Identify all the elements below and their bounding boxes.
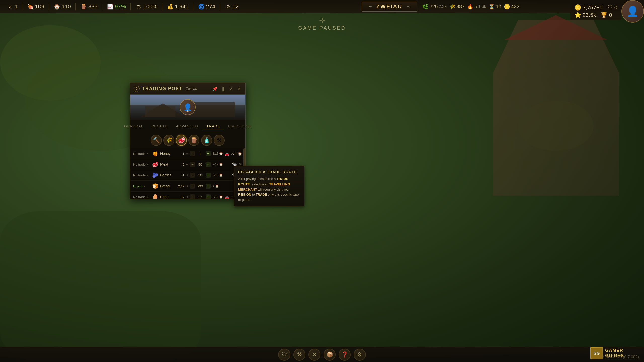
gold-icon: 🪙	[574, 4, 581, 11]
toolbar-inventory-btn[interactable]: 📦	[324, 349, 336, 361]
dropdown-arrow-bread: ▾	[144, 185, 145, 188]
trade-row-bread: Export ▾ 🍞 Bread 2,17 ➜ − 999 + 4 🏠	[130, 181, 245, 192]
expand-building-icon[interactable]: +	[186, 109, 189, 114]
hud-divider-3	[75, 3, 76, 10]
honey-decrease[interactable]: −	[190, 151, 195, 156]
hud-food: 🍖 109	[25, 3, 46, 10]
trade-status-honey[interactable]: No trade ▾	[133, 152, 150, 156]
food-icon: 🍖	[27, 3, 34, 10]
balance-icon: ⚖	[135, 3, 142, 10]
eggs-increase[interactable]: +	[206, 194, 211, 199]
honey-capacity: 3/13 🏠	[213, 152, 223, 155]
honey-increase[interactable]: +	[206, 151, 211, 156]
eggs-current: 87	[177, 195, 184, 199]
game-paused-text: GAME PAUSED	[298, 25, 346, 31]
toolbar-close-btn[interactable]: ✕	[308, 349, 320, 361]
trade-row-honey: No trade ▾ 🍯 Honey 1 ➜ − 1 + 3/13 🏠	[130, 148, 245, 159]
cat-grain[interactable]: 🌾	[163, 135, 174, 146]
herbs-icon: 🌿	[422, 4, 428, 10]
hud-divider-7	[193, 3, 193, 10]
tooltip-keyword-region: REGION	[238, 193, 251, 196]
berries-increase[interactable]: +	[206, 173, 211, 178]
location-display[interactable]: ← ZWEIAU →	[362, 2, 417, 12]
fire-icon: 🔥	[467, 4, 473, 10]
bread-icon: 🍞	[152, 183, 159, 190]
tab-people[interactable]: PEOPLE	[147, 123, 172, 130]
honor-icon: 🏆	[600, 12, 607, 18]
hud-balance: ⚖ 100%	[134, 3, 159, 10]
tab-livestock[interactable]: LIVESTOCK	[224, 123, 255, 130]
pin-button[interactable]: 📌	[212, 86, 218, 92]
eggs-decrease[interactable]: −	[190, 194, 195, 199]
dropdown-arrow-meat: ▾	[147, 163, 148, 166]
eggs-icon: 🥚	[152, 193, 159, 199]
trade-status-meat[interactable]: No trade ▾	[133, 163, 150, 166]
bottom-toolbar: 🛡 ⚒ ✕ 📦 ❓ ⚙	[0, 347, 644, 362]
honey-amount: 270	[231, 152, 236, 156]
top-right-profile: 🪙 3,757+0 🛡 0 ⭐ 23.5k 🏆 0 👤	[570, 0, 644, 23]
close-button[interactable]: ✕	[236, 86, 242, 92]
toolbar-help-btn[interactable]: ❓	[339, 349, 351, 361]
capacity-icon-honey: 🏠	[219, 152, 223, 155]
pause-button[interactable]: ||	[220, 86, 226, 92]
profile-stats: 🪙 3,757+0 🛡 0 ⭐ 23.5k 🏆 0	[570, 3, 621, 20]
top-hud: ⚔ 1 🍖 109 🏠 110 🪵 335 📈 97% ⚖ 100% 💰 1,9…	[0, 0, 644, 13]
bread-name: Bread	[160, 184, 175, 188]
tooltip-title: ESTABLISH A TRADE ROUTE	[238, 170, 300, 174]
toolbar-shield-btn[interactable]: 🛡	[278, 349, 290, 361]
honey-arrows: ➜	[186, 152, 188, 155]
location-right-arrow[interactable]: →	[406, 4, 411, 9]
hud-gold: 💰 1,941	[165, 3, 190, 10]
meat-limit: 50	[196, 163, 204, 166]
cat-goods[interactable]: 🧴	[201, 135, 212, 146]
berries-decrease[interactable]: −	[190, 173, 195, 178]
hud-misc: ⚙ 12	[223, 3, 240, 10]
trade-status-eggs[interactable]: No trade ▾	[133, 195, 150, 199]
game-background	[0, 0, 644, 362]
tab-trade[interactable]: TRADE	[202, 123, 224, 130]
bread-decrease[interactable]: −	[190, 184, 195, 189]
dialog-inner: ? TRADING POST Zweiau 📌 || ⤢ ✕ 👤 +	[130, 83, 245, 199]
bread-capacity: 4 🏠	[213, 184, 219, 188]
cat-food[interactable]: 🥩	[176, 135, 187, 146]
population-icon: ⚔	[7, 3, 14, 10]
meat-capacity: 2/12 🏠	[213, 163, 223, 166]
tab-advanced[interactable]: ADVANCED	[172, 123, 202, 130]
prestige-icon: ⭐	[574, 12, 581, 18]
gamer-guides-logo: GG GAMERGUIDES	[590, 347, 624, 359]
dialog-help-button[interactable]: ?	[134, 86, 140, 92]
loc-res-grain: 🌾 887	[449, 4, 465, 10]
trading-post-dialog: ? TRADING POST Zweiau 📌 || ⤢ ✕ 👤 +	[130, 83, 246, 199]
cat-tools[interactable]: 🔨	[151, 135, 162, 146]
hud-approval: 📈 97%	[105, 3, 127, 10]
toolbar-tools-btn[interactable]: ⚒	[293, 349, 305, 361]
hud-divider-6	[162, 3, 162, 10]
location-left-arrow[interactable]: ←	[368, 4, 373, 9]
scrollbar-thumb[interactable]	[243, 148, 245, 168]
gamer-guides-text: GAMERGUIDES	[605, 348, 624, 358]
capacity-icon-berries: 🏠	[219, 173, 223, 177]
honey-limit-icon: 🏠	[238, 152, 242, 156]
cat-crafted[interactable]: ⚒	[214, 135, 225, 146]
meat-decrease[interactable]: −	[190, 162, 195, 167]
dialog-titlebar: ? TRADING POST Zweiau 📌 || ⤢ ✕	[130, 83, 245, 95]
trade-status-bread[interactable]: Export ▾	[133, 184, 150, 188]
tabs-bar: GENERAL PEOPLE ADVANCED TRADE LIVESTOCK	[130, 120, 245, 133]
hud-housing: 🏠 110	[52, 3, 72, 10]
cat-wood[interactable]: 🪵	[188, 135, 199, 146]
tab-general[interactable]: GENERAL	[120, 123, 147, 130]
meat-increase[interactable]: +	[206, 162, 211, 167]
expand-button[interactable]: ⤢	[228, 86, 234, 92]
capacity-icon-meat: 🏠	[219, 163, 223, 166]
trade-status-berries[interactable]: No trade ▾	[133, 173, 150, 177]
profile-avatar[interactable]: 👤	[621, 0, 644, 23]
trade-row-meat: No trade ▾ 🥩 Meat 0 ➜ − 50 + 2/12 🏠	[130, 159, 245, 170]
honey-right: 🚗 270 🏠	[224, 151, 242, 156]
location-name-text: ZWEIAU	[376, 3, 403, 10]
eggs-arrows: ➜	[186, 195, 188, 199]
wagon-icon-eggs: 🚗	[224, 195, 229, 199]
honey-limit: 1	[196, 152, 204, 156]
capacity-icon-eggs: 🏠	[219, 195, 223, 199]
toolbar-settings-btn[interactable]: ⚙	[354, 349, 366, 361]
bread-increase[interactable]: +	[206, 184, 211, 189]
